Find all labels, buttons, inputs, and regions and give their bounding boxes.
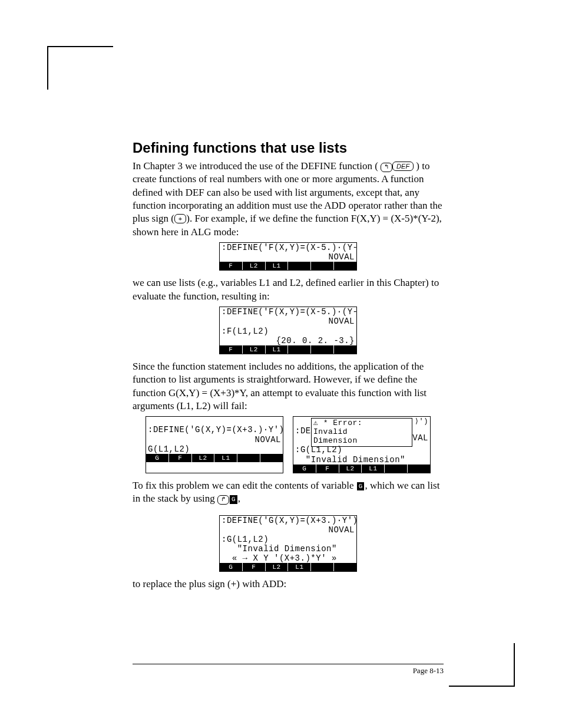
s1-l2: NOVAL — [328, 252, 355, 262]
menu-blank — [311, 563, 333, 571]
soft-key-g: G — [357, 482, 365, 491]
s3a-l1: :DEFINE('G(X,Y)=(X+3.)·Y') — [148, 425, 284, 434]
page-number: Page 8-13 — [413, 666, 444, 675]
s4-l2: NOVAL — [328, 525, 355, 535]
para-4a: To fix this problem we can edit the cont… — [133, 480, 356, 491]
menu-blank — [311, 345, 333, 354]
section-heading: Defining functions that use lists — [133, 139, 444, 157]
s4-l4: "Invalid Dimension" — [222, 544, 337, 554]
menu-f: F — [243, 563, 265, 571]
s2-l4: {20. 0. 2. -3.} — [276, 336, 355, 345]
err-l3: Dimension — [313, 437, 410, 446]
menu-l2: L2 — [339, 465, 362, 473]
para-4c: , — [238, 493, 240, 504]
s4-l3: :G(L1,L2) — [222, 535, 269, 544]
calc-screen-4: :DEFINE('G(X,Y)=(X+3.)·Y') NOVAL :G(L1,L… — [219, 515, 357, 572]
def-key: DEF — [392, 162, 414, 171]
error-popup: ⚠ * Error: Invalid Dimension — [311, 418, 412, 447]
s3a-menubar: G F L2 L1 — [146, 454, 283, 462]
s3b-post2: ⟩') — [415, 418, 428, 426]
page-footer: Page 8-13 — [133, 664, 444, 676]
menu-blank — [334, 345, 356, 354]
para-1a: In Chapter 3 we introduced the use of th… — [133, 160, 381, 172]
menu-f: F — [316, 465, 339, 473]
menu-blank — [237, 454, 260, 462]
calc-screen-3a: :DEFINE('G(X,Y)=(X+3.)·Y') NOVAL G(L1,L2… — [146, 416, 283, 473]
menu-blank — [288, 345, 310, 354]
menu-l1: L1 — [266, 345, 288, 354]
menu-blank — [385, 465, 407, 473]
s3a-l3: G(L1,L2) — [148, 444, 190, 454]
menu-l2: L2 — [266, 563, 288, 571]
s2-l2: NOVAL — [328, 317, 355, 326]
menu-blank — [311, 262, 333, 270]
menu-l2: L2 — [192, 454, 214, 462]
menu-l1: L1 — [214, 454, 237, 462]
s3b-post: VAL — [412, 433, 428, 443]
s1-menubar: F L2 L1 — [220, 262, 356, 270]
calc-screen-3b: :DE ⟩') VAL ⚠ * Error: Invalid Dimension… — [293, 416, 431, 473]
s3b-pre: :DE — [295, 426, 311, 436]
menu-blank — [408, 465, 430, 473]
page-body: Defining functions that use lists In Cha… — [133, 139, 444, 594]
menu-l2: L2 — [243, 345, 265, 354]
menu-l1: L1 — [266, 262, 288, 270]
para-5: to replace the plus sign (+) with ADD: — [133, 578, 444, 591]
corner-decor-br — [449, 643, 515, 687]
s2-l3: :F(L1,L2) — [222, 327, 269, 336]
menu-l2: L2 — [243, 262, 265, 270]
corner-decor-tl — [47, 46, 113, 90]
menu-blank — [334, 563, 356, 571]
menu-f: F — [169, 454, 191, 462]
soft-key-g: G — [230, 495, 237, 504]
menu-g: G — [220, 563, 242, 571]
left-shift-key-icon: ↰ — [381, 163, 392, 172]
para-2: we can use lists (e.g., variables L1 and… — [133, 276, 444, 303]
err-l1: ⚠ * Error: — [313, 419, 410, 428]
s4-l5: « → X Y '(X+3.)*Y' » — [222, 554, 337, 563]
menu-g: G — [146, 454, 168, 462]
s4-l1: :DEFINE('G(X,Y)=(X+3.)·Y') — [222, 516, 358, 525]
menu-l1: L1 — [288, 563, 310, 571]
right-shift-key-icon: ↱ — [217, 495, 229, 505]
plus-key: + — [174, 214, 186, 223]
para-3: Since the function statement includes no… — [133, 360, 444, 413]
err-l2: Invalid — [313, 428, 410, 437]
s3a-l2: NOVAL — [254, 435, 281, 444]
s1-l1: :DEFINE('F(X,Y)=(X-5.)·(Y- — [222, 243, 358, 252]
s2-l1: :DEFINE('F(X,Y)=(X-5.)·(Y- — [222, 307, 358, 317]
menu-blank — [334, 262, 356, 270]
calc-screen-1: :DEFINE('F(X,Y)=(X-5.)·(Y- NOVAL F L2 L1 — [219, 242, 357, 271]
s3b-menubar: G F L2 L1 — [293, 465, 430, 473]
menu-f: F — [220, 345, 242, 354]
menu-blank — [260, 454, 283, 462]
menu-f: F — [220, 262, 242, 270]
menu-blank — [288, 262, 310, 270]
s3b-l4: "Invalid Dimension" — [295, 455, 405, 465]
para-1: In Chapter 3 we introduced the use of th… — [133, 160, 444, 239]
s2-menubar: F L2 L1 — [220, 345, 356, 354]
calc-screen-2: :DEFINE('F(X,Y)=(X-5.)·(Y- NOVAL :F(L1,L… — [219, 307, 357, 354]
s4-menubar: G F L2 L1 — [220, 563, 356, 571]
para-4: To fix this problem we can edit the cont… — [133, 479, 444, 506]
menu-l1: L1 — [362, 465, 384, 473]
menu-g: G — [293, 465, 316, 473]
